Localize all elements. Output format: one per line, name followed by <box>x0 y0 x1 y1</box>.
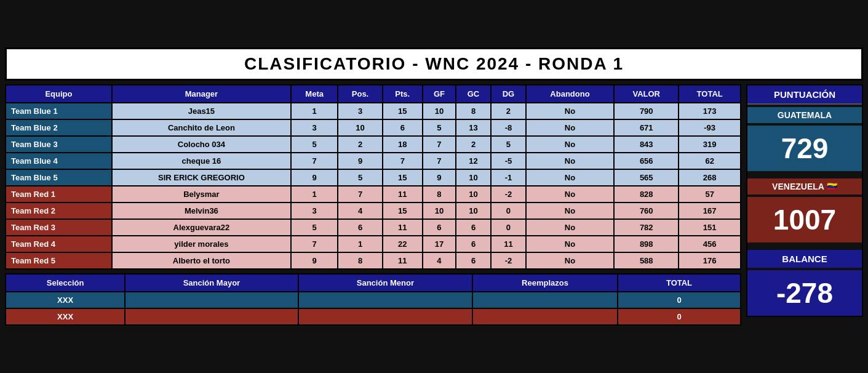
bottom-table-header-row: SelecciónSanción MayorSanción MenorReemp… <box>6 274 741 292</box>
table-cell: 9 <box>291 252 338 269</box>
table-cell: Team Red 1 <box>6 186 112 203</box>
table-cell: 8 <box>456 103 491 119</box>
main-col-header: TOTAL <box>679 85 741 103</box>
table-cell: 2 <box>456 136 491 153</box>
table-cell: 10 <box>456 186 491 203</box>
table-cell: 565 <box>614 169 679 186</box>
table-cell: No <box>526 186 614 203</box>
table-cell: 11 <box>383 186 423 203</box>
table-cell: 5 <box>491 136 526 153</box>
table-cell: 3 <box>338 103 382 119</box>
table-cell: 6 <box>456 236 491 252</box>
main-col-header: GC <box>456 85 491 103</box>
table-cell: Jeas15 <box>112 103 291 119</box>
page-title: CLASIFICATORIO - WNC 2024 - RONDA 1 <box>7 54 861 74</box>
table-row: XXX0 <box>6 308 741 325</box>
divider2 <box>747 245 862 247</box>
table-cell: 7 <box>383 153 423 169</box>
main-col-header: DG <box>491 85 526 103</box>
bottom-table-cell <box>298 308 472 325</box>
table-cell: 2 <box>338 136 382 153</box>
bottom-table-cell <box>125 292 298 308</box>
table-cell: 10 <box>456 203 491 219</box>
table-cell: 7 <box>338 186 382 203</box>
table-cell: 10 <box>456 169 491 186</box>
table-cell: yilder morales <box>112 236 291 252</box>
table-cell: 13 <box>456 119 491 136</box>
table-cell: No <box>526 219 614 236</box>
table-cell: 4 <box>423 252 456 269</box>
bottom-table-cell: XXX <box>6 292 125 308</box>
table-cell: Colocho 034 <box>112 136 291 153</box>
table-cell: 5 <box>338 169 382 186</box>
bottom-table-cell <box>472 308 618 325</box>
table-cell: 15 <box>383 169 423 186</box>
bottom-table-cell <box>298 292 472 308</box>
table-cell: 828 <box>614 186 679 203</box>
table-cell: 11 <box>383 252 423 269</box>
table-cell: 18 <box>383 136 423 153</box>
balance-header: BALANCE <box>747 250 862 268</box>
table-cell: 782 <box>614 219 679 236</box>
table-row: Team Red 5Alberto el torto981146-2No5881… <box>6 252 741 269</box>
table-cell: 843 <box>614 136 679 153</box>
table-cell: No <box>526 103 614 119</box>
table-cell: 167 <box>679 203 741 219</box>
table-row: Team Red 3Alexguevara225611660No782151 <box>6 219 741 236</box>
table-row: Team Red 2Melvin36341510100No760167 <box>6 203 741 219</box>
venezuela-score: 1007 <box>747 197 862 243</box>
table-cell: Belysmar <box>112 186 291 203</box>
bottom-col-header: TOTAL <box>618 274 741 292</box>
table-cell: 9 <box>291 169 338 186</box>
table-cell: 7 <box>423 153 456 169</box>
table-cell: 22 <box>383 236 423 252</box>
table-cell: 4 <box>338 203 382 219</box>
table-cell: 9 <box>423 169 456 186</box>
table-cell: 319 <box>679 136 741 153</box>
bottom-col-header: Selección <box>6 274 125 292</box>
table-cell: 10 <box>423 103 456 119</box>
bottom-table-cell <box>472 292 618 308</box>
table-cell: Alberto el torto <box>112 252 291 269</box>
table-cell: -2 <box>491 252 526 269</box>
main-col-header: Meta <box>291 85 338 103</box>
table-cell: 7 <box>423 136 456 153</box>
table-cell: Team Blue 1 <box>6 103 112 119</box>
table-cell: 6 <box>338 219 382 236</box>
main-col-header: Pts. <box>383 85 423 103</box>
divider <box>747 174 862 176</box>
table-cell: Team Red 4 <box>6 236 112 252</box>
table-cell: cheque 16 <box>112 153 291 169</box>
table-cell: 6 <box>456 252 491 269</box>
table-cell: Team Red 5 <box>6 252 112 269</box>
table-cell: 6 <box>456 219 491 236</box>
table-cell: No <box>526 169 614 186</box>
table-cell: 3 <box>291 119 338 136</box>
table-cell: -8 <box>491 119 526 136</box>
table-cell: 9 <box>338 153 382 169</box>
table-cell: 0 <box>491 203 526 219</box>
table-cell: No <box>526 153 614 169</box>
left-section: EquipoManagerMetaPos.Pts.GFGCDGAbandonoV… <box>5 84 741 326</box>
table-row: Team Blue 1Jeas1513151082No790173 <box>6 103 741 119</box>
table-cell: 588 <box>614 252 679 269</box>
content-row: EquipoManagerMetaPos.Pts.GFGCDGAbandonoV… <box>5 84 863 326</box>
table-cell: 6 <box>423 219 456 236</box>
bottom-table-cell: 0 <box>618 292 741 308</box>
table-cell: 2 <box>491 103 526 119</box>
table-cell: 1 <box>291 103 338 119</box>
table-cell: 62 <box>679 153 741 169</box>
table-cell: 151 <box>679 219 741 236</box>
table-cell: Alexguevara22 <box>112 219 291 236</box>
table-cell: 1 <box>338 236 382 252</box>
table-cell: 5 <box>423 119 456 136</box>
main-col-header: Equipo <box>6 85 112 103</box>
bottom-col-header: Sanción Mayor <box>125 274 298 292</box>
table-cell: 11 <box>383 219 423 236</box>
table-cell: 5 <box>291 219 338 236</box>
table-row: Team Red 4yilder morales712217611No89845… <box>6 236 741 252</box>
table-cell: 3 <box>291 203 338 219</box>
guatemala-country: GUATEMALA <box>747 107 862 123</box>
table-cell: 57 <box>679 186 741 203</box>
table-cell: 7 <box>291 236 338 252</box>
